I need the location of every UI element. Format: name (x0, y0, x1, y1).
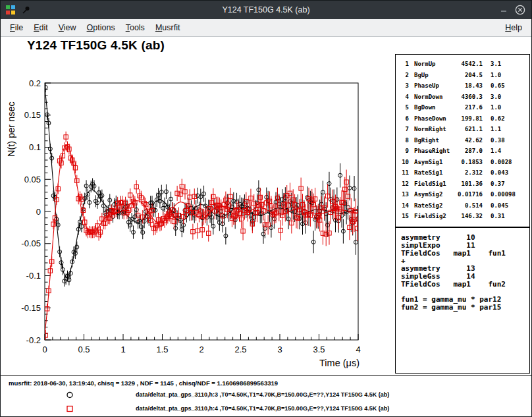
p-no: 15 (400, 213, 409, 219)
theory-box: asymmetry 10 simplExpo 11 TFieldCos map1… (395, 227, 530, 374)
svg-text:3.5: 3.5 (313, 345, 325, 354)
titlebar[interactable]: Y124 TF150G 4.5K (ab) (1, 1, 531, 19)
plot-frame (45, 83, 358, 340)
data-series-square (43, 132, 359, 341)
svg-text:4: 4 (356, 345, 360, 354)
app-window: Y124 TF150G 4.5K (ab) FileEditViewOption… (0, 0, 532, 417)
menu-musrfit[interactable]: Musrfit (150, 20, 186, 36)
p-err: 0.0028 (491, 159, 512, 165)
svg-text:-0.15: -0.15 (21, 303, 41, 313)
param-row-NormUp: 1NormUp4542.13.1 (400, 59, 527, 70)
param-row-PhaseDown: 6PhaseDown199.810.62 (400, 113, 527, 125)
legend-row-2: data/deltat_pta_gps_3110,h:4 ,T0=4.50K,T… (1, 403, 531, 416)
app-icon (5, 5, 16, 15)
svg-text:2.5: 2.5 (234, 345, 246, 354)
p-err: 0.37 (491, 181, 505, 187)
circle-marker-icon (65, 390, 75, 400)
svg-text:1.5: 1.5 (156, 345, 168, 354)
p-no: 12 (400, 181, 409, 187)
p-name: PhaseRight (414, 148, 455, 154)
p-err: 1.0 (491, 104, 501, 111)
p-err: 1.0 (491, 72, 501, 78)
param-row-PhaseUp: 3PhaseUp18.430.65 (400, 80, 527, 92)
p-no: 3 (400, 82, 409, 89)
p-name: RateSig2 (414, 202, 455, 209)
p-name: AsymSig2 (414, 191, 455, 198)
theory-text: asymmetry 10 simplExpo 11 TFieldCos map1… (396, 228, 529, 312)
axis-ticks (45, 83, 358, 340)
svg-text:0: 0 (42, 345, 47, 354)
x-axis-title: Time (μs) (319, 358, 359, 368)
p-no: 5 (400, 104, 409, 111)
parameter-box: 1NormUp4542.13.12BgUp204.51.03PhaseUp18.… (395, 54, 530, 227)
menu-view[interactable]: View (53, 20, 82, 36)
p-err: 0.00098 (491, 191, 516, 198)
svg-text:3: 3 (277, 345, 282, 354)
p-no: 9 (400, 148, 409, 154)
svg-text:0.1: 0.1 (29, 142, 41, 152)
p-val: 42.62 (455, 137, 483, 144)
param-row-PhaseRight: 9PhaseRight287.01.4 (400, 146, 527, 157)
p-val: 621.1 (455, 126, 483, 132)
p-val: 2.312 (455, 169, 483, 176)
menu-tools[interactable]: Tools (120, 20, 150, 36)
p-no: 2 (400, 72, 409, 78)
p-name: NormDown (414, 94, 455, 100)
param-row-NormRight: 7NormRight621.11.1 (400, 124, 527, 135)
param-row-BgUp: 2BgUp204.51.0 (400, 70, 527, 81)
menu-edit[interactable]: Edit (28, 20, 53, 36)
p-no: 13 (400, 191, 409, 198)
svg-text:0.05: 0.05 (24, 175, 41, 184)
p-err: 0.38 (491, 137, 505, 144)
window-title: Y124 TF150G 4.5K (ab) (1, 5, 531, 14)
svg-text:0: 0 (36, 207, 41, 217)
param-row-BgDown: 5BgDown217.61.0 (400, 102, 527, 113)
p-val: 0.01716 (455, 191, 483, 198)
p-name: FieldSig1 (414, 181, 455, 187)
param-row-NormDown: 4NormDown4360.33.0 (400, 92, 527, 103)
menu-left: FileEditViewOptionsToolsMusrfit (5, 20, 185, 36)
p-name: BgRight (414, 137, 455, 144)
p-no: 1 (400, 61, 409, 67)
legend-row-1: data/deltat_pta_gps_3110,h:3 ,T0=4.50K,T… (1, 389, 531, 402)
param-row-FieldSig1: 12FieldSig1101.360.37 (400, 179, 527, 190)
p-val: 18.43 (455, 82, 483, 89)
p-val: 4542.1 (455, 61, 483, 67)
p-no: 10 (400, 159, 409, 165)
p-err: 0.043 (491, 169, 508, 176)
svg-text:1: 1 (120, 345, 125, 354)
p-val: 199.81 (455, 115, 483, 122)
p-val: 0.514 (455, 202, 483, 209)
menu-help[interactable]: Help (500, 20, 527, 36)
p-no: 6 (400, 115, 409, 122)
data-series-circle (43, 82, 359, 287)
p-val: 4360.3 (455, 94, 483, 100)
param-row-AsymSig1: 10AsymSig10.18530.0028 (400, 157, 527, 168)
p-no: 8 (400, 137, 409, 144)
p-no: 7 (400, 126, 409, 132)
p-name: FieldSig2 (414, 213, 455, 219)
svg-text:2: 2 (199, 345, 203, 354)
p-no: 4 (400, 94, 409, 100)
menu-file[interactable]: File (5, 20, 28, 36)
menubar: FileEditViewOptionsToolsMusrfit Help (1, 19, 531, 37)
close-button[interactable] (515, 5, 525, 15)
fit-info-line: musrfit: 2018-06-30, 13:19:40, chisq = 1… (9, 379, 278, 387)
minimize-button[interactable] (498, 5, 509, 15)
p-err: 0.31 (491, 213, 505, 219)
plot-title: Y124 TF150G 4.5K (ab) (27, 38, 165, 53)
menu-options[interactable]: Options (82, 20, 120, 36)
p-err: 1.4 (491, 148, 501, 154)
param-row-RateSig2: 14RateSig20.5140.045 (400, 200, 527, 211)
legend-label: data/deltat_pta_gps_3110,h:4 ,T0=4.50K,T… (136, 405, 389, 412)
pin-icon[interactable] (20, 5, 31, 15)
p-no: 11 (400, 169, 409, 176)
param-row-BgRight: 8BgRight42.620.38 (400, 135, 527, 146)
p-err: 0.62 (491, 115, 505, 122)
musr-plot: 00.511.522.533.54-0.2-0.15-0.1-0.0500.05… (1, 55, 396, 373)
titlebar-right (498, 5, 525, 15)
p-err: 1.1 (491, 126, 501, 132)
separator-line (1, 375, 531, 376)
canvas-area: Y124 TF150G 4.5K (ab) 00.511.522.533.54-… (1, 37, 531, 416)
theory-curve (45, 88, 358, 277)
